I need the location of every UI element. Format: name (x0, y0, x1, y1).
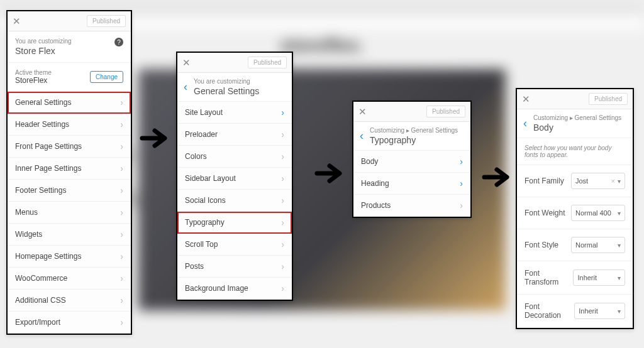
general-settings-list: Site Layout›Preloader›Colors›Sidebar Lay… (177, 102, 292, 300)
list-item[interactable]: Products› (353, 195, 470, 217)
general-settings-panel: ✕ Published ‹ You are customizing Genera… (176, 52, 293, 301)
chevron-right-icon: › (120, 317, 123, 327)
help-icon[interactable]: ? (114, 38, 123, 46)
chevron-right-icon: › (460, 200, 463, 210)
list-item[interactable]: General Settings› (8, 92, 131, 114)
breadcrumb: Customizing ▸ General Settings (533, 114, 621, 121)
list-item[interactable]: Homepage Settings› (8, 246, 131, 268)
chevron-right-icon: › (120, 295, 123, 305)
body-typography-panel: ✕ Published ‹ Customizing ▸ General Sett… (516, 88, 634, 329)
change-theme-button[interactable]: Change (90, 71, 123, 83)
option-row: Font WeightNormal 400▾ (517, 197, 633, 229)
select-field[interactable]: Inherit▾ (573, 269, 625, 286)
chevron-right-icon: › (281, 173, 284, 183)
list-item[interactable]: Additional CSS› (8, 290, 131, 312)
list-item[interactable]: Social Icons› (177, 190, 292, 212)
list-item-label: Additional CSS (15, 296, 66, 305)
list-item[interactable]: Heading› (353, 173, 470, 195)
list-item[interactable]: Colors› (177, 146, 292, 168)
select-field[interactable]: Inherit▾ (574, 303, 625, 319)
list-item[interactable]: Site Layout› (177, 102, 292, 124)
select-field[interactable]: Normal 400▾ (571, 205, 625, 221)
chevron-down-icon: ▾ (618, 308, 621, 315)
list-item-label: Preloader (185, 130, 218, 139)
list-item[interactable]: Widgets› (8, 224, 131, 246)
chevron-down-icon: ▾ (618, 275, 621, 281)
select-field[interactable]: Normal▾ (571, 237, 625, 253)
chevron-right-icon: › (120, 273, 123, 283)
list-item[interactable]: Front Page Settings› (8, 136, 131, 158)
list-item-label: Heading (361, 179, 389, 188)
option-row: Font DecorationInherit▾ (517, 295, 633, 328)
list-item[interactable]: Scroll Top› (177, 234, 292, 256)
chevron-right-icon: › (281, 261, 284, 271)
close-icon[interactable]: ✕ (358, 107, 367, 116)
list-item-label: Sidebar Layout (185, 174, 236, 183)
chevron-right-icon: › (281, 107, 284, 117)
list-item[interactable]: Header Settings› (8, 114, 131, 136)
list-item-label: Body (361, 157, 378, 166)
chevron-right-icon: › (281, 217, 284, 227)
list-item-label: Posts (185, 262, 204, 271)
option-label: Font Family (525, 177, 564, 185)
close-icon[interactable]: ✕ (182, 58, 191, 67)
option-label: Font Transform (525, 269, 573, 286)
list-item-label: Footer Settings (15, 186, 66, 195)
customizing-label: You are customizing (15, 38, 72, 45)
flow-arrow-icon (482, 162, 512, 192)
back-icon[interactable]: ‹ (523, 117, 527, 130)
list-item[interactable]: Body› (353, 151, 470, 173)
list-item-label: General Settings (15, 98, 71, 107)
back-icon[interactable]: ‹ (360, 129, 364, 143)
option-label: Font Weight (525, 209, 565, 217)
customizer-root-panel: ✕ Published You are customizing Store Fl… (6, 10, 132, 335)
list-item-label: Background Image (185, 284, 248, 293)
chevron-right-icon: › (460, 178, 463, 188)
flow-arrow-icon (314, 158, 345, 188)
list-item-label: Colors (185, 152, 207, 161)
select-value: Inherit (577, 274, 597, 281)
list-item[interactable]: Menus› (8, 202, 131, 224)
list-item-label: Inner Page Settings (15, 164, 81, 173)
published-badge: Published (426, 106, 465, 117)
published-badge: Published (87, 15, 126, 27)
list-item-label: Social Icons (185, 196, 226, 205)
list-item[interactable]: Footer Settings› (8, 180, 131, 202)
option-label: Font Style (525, 241, 558, 249)
chevron-down-icon: ▾ (618, 210, 621, 217)
list-item[interactable]: Sidebar Layout› (177, 168, 292, 190)
list-item[interactable]: Background Image› (177, 278, 292, 300)
select-value: Inherit (579, 307, 598, 315)
active-theme-label: Active theme (15, 69, 52, 76)
list-item[interactable]: Posts› (177, 256, 292, 278)
list-item-label: Front Page Settings (15, 142, 82, 151)
list-item-label: Homepage Settings (15, 252, 81, 261)
option-row: Font TransformInherit▾ (517, 261, 633, 295)
chevron-right-icon: › (281, 195, 284, 205)
option-label: Font Decoration (525, 302, 574, 320)
chevron-right-icon: › (281, 129, 284, 139)
breadcrumb: Customizing ▸ General Settings (370, 127, 458, 134)
close-icon[interactable]: ✕ (13, 16, 21, 26)
list-item[interactable]: WooCommerce› (8, 268, 131, 290)
select-value: Normal 400 (575, 209, 611, 217)
chevron-right-icon: › (281, 283, 284, 293)
typography-panel: ✕ Published ‹ Customizing ▸ General Sett… (352, 101, 472, 218)
clear-icon[interactable]: × (611, 177, 615, 185)
list-item[interactable]: Inner Page Settings› (8, 158, 131, 180)
list-item[interactable]: Preloader› (177, 124, 292, 146)
published-badge: Published (589, 93, 628, 105)
list-item-label: WooCommerce (15, 274, 67, 283)
list-item-label: Typography (185, 218, 225, 227)
site-title: Store Flex (15, 46, 72, 56)
list-item[interactable]: Export/Import› (8, 312, 131, 334)
panel-note: Select how you want your body fonts to a… (517, 138, 633, 165)
option-row: Font StyleNormal▾ (517, 229, 633, 261)
back-icon[interactable]: ‹ (184, 80, 187, 94)
close-icon[interactable]: ✕ (522, 94, 530, 104)
chevron-right-icon: › (120, 207, 123, 217)
option-row: Font FamilyJost×▾ (517, 165, 633, 197)
chevron-right-icon: › (281, 151, 284, 161)
select-field[interactable]: Jost×▾ (571, 173, 625, 189)
list-item[interactable]: Typography› (177, 212, 292, 234)
